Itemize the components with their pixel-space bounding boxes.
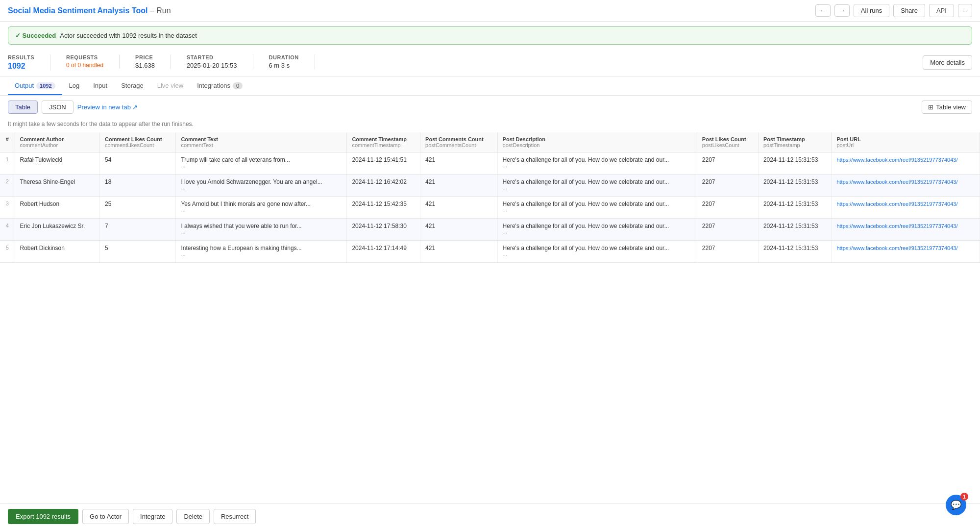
tab-storage[interactable]: Storage: [114, 77, 150, 95]
col-post-comments: Post Comments Count postCommentsCount: [420, 132, 498, 152]
row-number: 5: [0, 241, 15, 263]
likes-count-cell: 54: [99, 152, 175, 175]
row-number: 1: [0, 152, 15, 175]
col-comment-ts: Comment Timestamp commentTimestamp: [347, 132, 420, 152]
col-post-url: Post URL postUrl: [832, 132, 980, 152]
post-comments-cell: 421: [420, 152, 498, 175]
post-desc-cell: Here's a challenge for all of you. How d…: [497, 175, 697, 197]
table-button[interactable]: Table: [8, 101, 38, 114]
row-number: 4: [0, 219, 15, 241]
col-post-ts: Post Timestamp postTimestamp: [758, 132, 831, 152]
post-url-cell[interactable]: https://www.facebook.com/reel/9135219773…: [832, 175, 980, 197]
comment-text-cell: I love you Arnold Schwarzenegger. You ar…: [176, 175, 347, 197]
api-button[interactable]: API: [929, 4, 954, 17]
post-url-link[interactable]: https://www.facebook.com/reel/9135219773…: [836, 157, 957, 163]
col-comment-author: Comment Author commentAuthor: [15, 132, 99, 152]
col-comment-likes: Comment Likes Count commentLikesCount: [99, 132, 175, 152]
requests-label: REQUESTS: [66, 54, 103, 60]
comment-text-cell: Interesting how a European is making thi…: [176, 241, 347, 263]
comment-ts-cell: 2024-11-12 17:58:30: [347, 219, 420, 241]
share-button[interactable]: Share: [893, 4, 925, 17]
success-message: Actor succeeded with 1092 results in the…: [60, 32, 197, 39]
success-banner: ✓ Succeeded Actor succeeded with 1092 re…: [8, 26, 972, 45]
comment-ts-cell: 2024-11-12 16:42:02: [347, 175, 420, 197]
results-label: RESULTS: [8, 54, 34, 60]
post-desc-cell: Here's a challenge for all of you. How d…: [497, 219, 697, 241]
nav-prev-button[interactable]: ←: [815, 4, 831, 17]
table-header-row: # Comment Author commentAuthor Comment L…: [0, 132, 980, 152]
post-url-cell[interactable]: https://www.facebook.com/reel/9135219773…: [832, 197, 980, 219]
tab-input[interactable]: Input: [86, 77, 114, 95]
col-post-desc: Post Description postDescription: [497, 132, 697, 152]
page-title: Social Media Sentiment Analysis Tool – R…: [8, 6, 171, 15]
author-cell: Robert Hudson: [15, 197, 99, 219]
likes-count-cell: 18: [99, 175, 175, 197]
run-label: – Run: [150, 6, 171, 15]
info-text: It might take a few seconds for the data…: [0, 119, 980, 132]
tabs: Output 1092 Log Input Storage Live view …: [0, 77, 980, 96]
post-ts-cell: 2024-11-12 15:31:53: [758, 219, 831, 241]
post-comments-cell: 421: [420, 219, 498, 241]
nav-next-button[interactable]: →: [834, 4, 850, 17]
row-number: 2: [0, 175, 15, 197]
post-desc-cell: Here's a challenge for all of you. How d…: [497, 241, 697, 263]
comment-text-cell: Trump will take care of all veterans fro…: [176, 152, 347, 175]
comment-ts-cell: 2024-11-12 17:14:49: [347, 241, 420, 263]
comment-ts-cell: 2024-11-12 15:41:51: [347, 152, 420, 175]
post-desc-cell: Here's a challenge for all of you. How d…: [497, 152, 697, 175]
all-runs-button[interactable]: All runs: [854, 4, 889, 17]
table-view-button[interactable]: ⊞ Table view: [922, 101, 972, 114]
likes-count-cell: 25: [99, 197, 175, 219]
table-row: 4 Eric Jon Lukaszewicz Sr. 7 I always wi…: [0, 219, 980, 241]
requests-value: 0 of 0 handled: [66, 62, 103, 69]
post-url-link[interactable]: https://www.facebook.com/reel/9135219773…: [836, 245, 957, 251]
table-row: 5 Robert Dickinson 5 Interesting how a E…: [0, 241, 980, 263]
col-num: #: [0, 132, 15, 152]
success-check: ✓ Succeeded: [15, 32, 56, 39]
started-value: 2025-01-20 15:53: [187, 62, 237, 69]
table-row: 1 Rafał Tułowiecki 54 Trump will take ca…: [0, 152, 980, 175]
price-value: $1.638: [135, 62, 155, 69]
post-url-link[interactable]: https://www.facebook.com/reel/9135219773…: [836, 179, 957, 185]
post-likes-cell: 2207: [697, 175, 758, 197]
post-likes-cell: 2207: [697, 152, 758, 175]
table-row: 2 Theresa Shine-Engel 18 I love you Arno…: [0, 175, 980, 197]
requests-stat: REQUESTS 0 of 0 handled: [66, 54, 120, 69]
comment-ts-cell: 2024-11-12 15:42:35: [347, 197, 420, 219]
post-url-cell[interactable]: https://www.facebook.com/reel/9135219773…: [832, 241, 980, 263]
table-row: 3 Robert Hudson 25 Yes Arnold but I thin…: [0, 197, 980, 219]
duration-stat: DURATION 6 m 3 s: [269, 54, 315, 69]
json-button[interactable]: JSON: [42, 101, 74, 114]
post-likes-cell: 2207: [697, 197, 758, 219]
post-url-cell[interactable]: https://www.facebook.com/reel/9135219773…: [832, 152, 980, 175]
tab-integrations[interactable]: Integrations 0: [190, 77, 249, 95]
post-likes-cell: 2207: [697, 219, 758, 241]
tab-output[interactable]: Output 1092: [8, 77, 62, 95]
data-table-container: # Comment Author commentAuthor Comment L…: [0, 132, 980, 292]
app-name: Social Media Sentiment Analysis Tool: [8, 6, 147, 15]
table-view-icon: ⊞: [928, 103, 933, 111]
more-options-button[interactable]: ···: [958, 4, 972, 17]
tab-log[interactable]: Log: [62, 77, 87, 95]
author-cell: Theresa Shine-Engel: [15, 175, 99, 197]
header: Social Media Sentiment Analysis Tool – R…: [0, 0, 980, 22]
author-cell: Robert Dickinson: [15, 241, 99, 263]
comment-text-cell: Yes Arnold but I think morals are gone n…: [176, 197, 347, 219]
preview-link[interactable]: Preview in new tab ↗: [77, 103, 138, 111]
post-comments-cell: 421: [420, 175, 498, 197]
post-ts-cell: 2024-11-12 15:31:53: [758, 175, 831, 197]
post-url-link[interactable]: https://www.facebook.com/reel/9135219773…: [836, 223, 957, 229]
stats-row: RESULTS 1092 REQUESTS 0 of 0 handled PRI…: [0, 50, 980, 77]
author-cell: Rafał Tułowiecki: [15, 152, 99, 175]
results-stat: RESULTS 1092: [8, 54, 50, 71]
post-url-cell[interactable]: https://www.facebook.com/reel/9135219773…: [832, 219, 980, 241]
price-stat: PRICE $1.638: [135, 54, 171, 69]
data-table: # Comment Author commentAuthor Comment L…: [0, 132, 980, 263]
col-comment-text: Comment Text commentText: [176, 132, 347, 152]
toolbar: Table JSON Preview in new tab ↗ ⊞ Table …: [0, 96, 980, 119]
post-url-link[interactable]: https://www.facebook.com/reel/9135219773…: [836, 201, 957, 207]
results-value: 1092: [8, 62, 34, 71]
more-details-button[interactable]: More details: [923, 55, 972, 70]
duration-label: DURATION: [269, 54, 299, 60]
started-label: STARTED: [187, 54, 237, 60]
